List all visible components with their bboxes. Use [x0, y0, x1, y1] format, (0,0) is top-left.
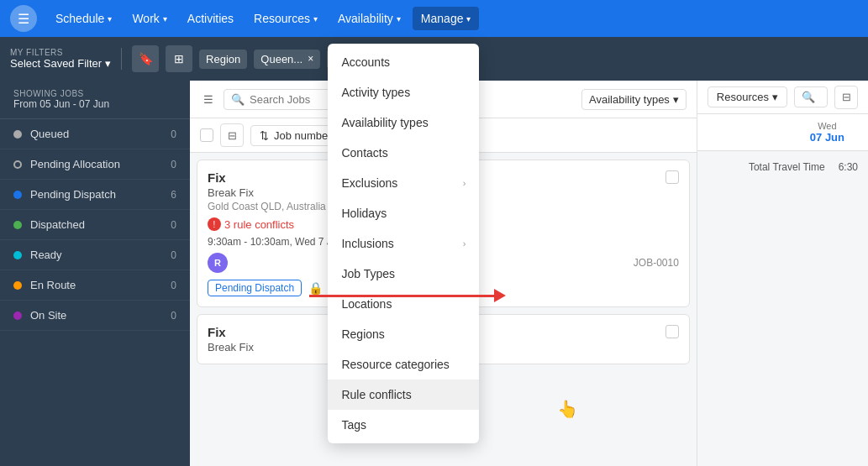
dropdown-job-types[interactable]: Job Types [328, 259, 479, 289]
job-checkbox[interactable] [665, 325, 679, 338]
schedule-top-bar: Resources ▾ 🔍 ⊟ [697, 81, 868, 114]
sort-icon: ⇅ [260, 129, 269, 142]
job-avatar: R [208, 253, 228, 273]
manage-dropdown: Accounts Activity types Availability typ… [328, 44, 479, 443]
status-dot-dispatched [13, 221, 22, 229]
status-dot-ready [13, 251, 22, 259]
total-travel-time: Total Travel Time 6:30 [697, 151, 868, 183]
dropdown-contacts[interactable]: Contacts [328, 138, 479, 168]
filter-label-block: MY FILTERS Select Saved Filter ▾ [10, 48, 111, 70]
status-ready[interactable]: Ready 0 [0, 240, 190, 270]
search-icon: 🔍 [802, 91, 815, 103]
job-location: Gold Coast QLD, Australia [208, 201, 326, 212]
list-view-icon[interactable]: ☰ [200, 90, 217, 109]
nav-schedule[interactable]: Schedule ▾ [47, 7, 120, 30]
top-nav: ☰ Schedule ▾ Work ▾ Activities Resources… [0, 0, 868, 37]
select-saved-filter[interactable]: Select Saved Filter ▾ [10, 57, 111, 70]
dropdown-exclusions[interactable]: Exclusions › [328, 168, 479, 198]
chevron-down-icon: ▾ [673, 93, 679, 106]
chevron-down-icon: ▾ [466, 14, 471, 24]
status-dot-pending-allocation [13, 160, 22, 169]
nav-resources[interactable]: Resources ▾ [245, 7, 326, 30]
search-icon: 🔍 [231, 93, 245, 106]
chevron-down-icon: ▾ [105, 57, 111, 70]
chevron-right-icon: › [463, 178, 466, 188]
queen-chip[interactable]: Queen... × [254, 50, 320, 69]
date-column: Wed 07 Jun [810, 121, 844, 144]
job-subtype: Break Fix [208, 341, 254, 353]
dropdown-rule-conflicts[interactable]: Rule conflicts [328, 380, 479, 410]
select-all-checkbox[interactable] [200, 128, 213, 142]
chevron-down-icon: ▾ [313, 14, 318, 24]
travel-time-value: 6:30 [839, 161, 858, 173]
my-filters-label: MY FILTERS [10, 48, 111, 57]
status-dot-queued [13, 130, 22, 139]
resource-search: 🔍 [794, 86, 828, 107]
status-en-route[interactable]: En Route 0 [0, 270, 190, 301]
chevron-right-icon: › [463, 238, 466, 249]
showing-jobs-date: From 05 Jun - 07 Jun [13, 98, 176, 110]
filter-section: MY FILTERS Select Saved Filter ▾ [10, 48, 122, 70]
availability-types-dropdown[interactable]: Availability types ▾ [581, 89, 687, 110]
dropdown-tags[interactable]: Tags [328, 410, 479, 440]
sort-filter-icon[interactable]: ⊟ [220, 123, 244, 147]
close-icon[interactable]: × [308, 53, 313, 65]
job-status-badge[interactable]: Pending Dispatch [208, 280, 302, 296]
nav-activities[interactable]: Activities [179, 7, 242, 30]
dropdown-regions[interactable]: Regions [328, 319, 479, 349]
dropdown-inclusions[interactable]: Inclusions › [328, 228, 479, 259]
warning-icon: ! [208, 217, 221, 231]
status-queued[interactable]: Queued 0 [0, 119, 190, 149]
dropdown-accounts[interactable]: Accounts [328, 47, 479, 77]
filter-icon-btn[interactable]: ⊞ [166, 45, 192, 72]
status-dot-en-route [13, 281, 22, 290]
logo-icon: ☰ [18, 11, 29, 27]
time-display: Total Travel Time 6:30 [708, 161, 858, 173]
status-dispatched[interactable]: Dispatched 0 [0, 210, 190, 240]
chevron-down-icon: ▾ [163, 14, 167, 24]
dropdown-holidays[interactable]: Holidays [328, 198, 479, 228]
status-dot-on-site [13, 312, 22, 320]
nav-work[interactable]: Work ▾ [124, 7, 175, 30]
status-pending-dispatch[interactable]: Pending Dispatch 6 [0, 180, 190, 210]
status-pending-allocation[interactable]: Pending Allocation 0 [0, 149, 190, 180]
bookmark-icon-btn[interactable]: 🔖 [132, 45, 159, 72]
showing-jobs-title: SHOWING JOBS [13, 89, 176, 98]
dropdown-locations[interactable]: Locations [328, 289, 479, 319]
dropdown-resource-categories[interactable]: Resource categories [328, 349, 479, 380]
schedule-column: Resources ▾ 🔍 ⊟ Wed 07 Jun [697, 81, 868, 466]
status-dot-pending-dispatch [13, 191, 22, 199]
resource-dropdown[interactable]: Resources ▾ [708, 86, 787, 107]
date-header-row: Wed 07 Jun [697, 114, 868, 151]
job-checkbox[interactable] [665, 170, 679, 184]
left-sidebar: SHOWING JOBS From 05 Jun - 07 Jun Queued… [0, 81, 190, 466]
job-subtype: Break Fix [208, 186, 326, 199]
content-columns: ☰ 🔍 + Availability types ▾ ⊟ [190, 81, 868, 466]
chevron-down-icon: ▾ [108, 14, 112, 24]
chevron-down-icon: ▾ [397, 14, 401, 24]
nav-manage[interactable]: Manage ▾ Accounts Activity types Availab… [413, 7, 480, 30]
lock-icon: 🔒 [308, 281, 323, 295]
dropdown-activity-types[interactable]: Activity types [328, 77, 479, 107]
bookmark-icon: 🔖 [139, 52, 153, 65]
filter-icon: ⊞ [174, 52, 184, 65]
date-day: Wed [818, 121, 836, 131]
date-date: 07 Jun [810, 131, 844, 144]
status-on-site[interactable]: On Site 0 [0, 301, 190, 331]
nav-availability[interactable]: Availability ▾ [329, 7, 409, 30]
content-area: ☰ 🔍 + Availability types ▾ ⊟ [190, 81, 868, 466]
resource-filter-icon[interactable]: ⊟ [834, 86, 858, 109]
chevron-down-icon: ▾ [772, 91, 778, 103]
region-chip[interactable]: Region [199, 50, 247, 69]
nav-logo[interactable]: ☰ [10, 5, 37, 32]
job-type: Fix [208, 325, 254, 339]
job-type: Fix [208, 170, 326, 185]
dropdown-availability-types[interactable]: Availability types [328, 107, 479, 138]
showing-jobs-section: SHOWING JOBS From 05 Jun - 07 Jun [0, 81, 190, 119]
total-travel-label: Total Travel Time [749, 161, 825, 173]
